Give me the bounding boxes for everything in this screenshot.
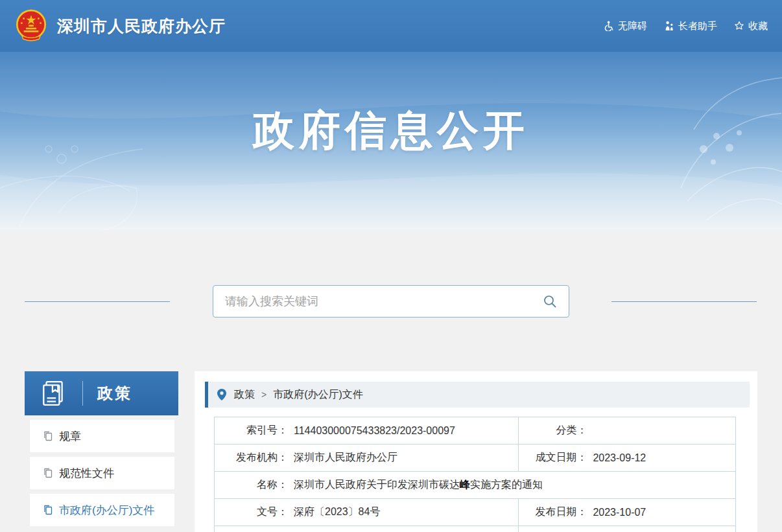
document-icon [43, 468, 53, 478]
publish-date-cell: 发布日期： 2023-10-07 [519, 499, 736, 526]
publish-date-label: 发布日期： [519, 505, 587, 519]
sidebar-item-normative-documents[interactable]: 规范性文件 [30, 457, 174, 489]
issuing-agency-label: 发布机构： [215, 451, 288, 465]
book-icon [40, 380, 67, 407]
document-icon [43, 505, 53, 515]
favorite-link[interactable]: 收藏 [734, 20, 768, 32]
top-bar: 深圳市人民政府办公厅 无障碍 长者助手 收藏 [0, 0, 782, 52]
table-row-partial [215, 526, 736, 532]
sidebar-item-label: 市政府(办公厅)文件 [59, 503, 154, 518]
document-number-label: 文号： [215, 505, 288, 519]
document-number-cell: 文号： 深府〔2023〕84号 [215, 499, 519, 526]
empty-cell [519, 526, 736, 532]
publish-date-value: 2023-10-07 [593, 507, 646, 518]
table-row: 文号： 深府〔2023〕84号 发布日期： 2023-10-07 [215, 499, 736, 526]
search-button[interactable] [541, 293, 558, 310]
written-date-cell: 成文日期： 2023-09-12 [519, 445, 736, 472]
site-title[interactable]: 深圳市人民政府办公厅 [57, 16, 226, 37]
document-name-part: 深圳市人民政府关于印发深圳市碳达 [294, 479, 460, 490]
page-title: 政府信息公开 [0, 52, 782, 159]
index-number-value: 114403000075433823/2023-00097 [294, 425, 455, 437]
search-box [213, 285, 569, 318]
left-decor-line [25, 301, 170, 302]
issuing-agency-value: 深圳市人民政府办公厅 [294, 451, 397, 465]
content-panel: 政策 > 市政府(办公厅)文件 索引号： 114403000075433823/… [195, 371, 757, 532]
document-name-label: 名称： [215, 478, 288, 492]
elder-helper-icon [664, 21, 674, 31]
breadcrumb-item-policy[interactable]: 政策 [234, 388, 255, 402]
search-section [0, 230, 782, 371]
sidebar-item-label: 规章 [59, 429, 81, 444]
issuing-agency-cell: 发布机构： 深圳市人民政府办公厅 [215, 445, 519, 472]
search-input[interactable] [225, 295, 541, 308]
sidebar-item-regulations[interactable]: 规章 [30, 420, 174, 452]
document-number-value: 深府〔2023〕84号 [294, 505, 380, 519]
written-date-value: 2023-09-12 [593, 452, 646, 464]
table-row: 名称： 深圳市人民政府关于印发深圳市碳达峰实施方案的通知 [215, 472, 736, 499]
document-name-part: 实施方案的通知 [470, 479, 543, 490]
search-icon [543, 294, 557, 308]
main-area: 政策 规章 规范性文件 市政府(办公厅)文件 [0, 371, 782, 532]
header-divider [82, 381, 83, 406]
sidebar-item-municipal-government-documents[interactable]: 市政府(办公厅)文件 [30, 494, 174, 526]
document-info-table: 索引号： 114403000075433823/2023-00097 分类： 发… [214, 417, 736, 532]
breadcrumb-separator: > [261, 389, 267, 400]
document-name-highlight: 峰 [460, 479, 470, 490]
document-name-value: 深圳市人民政府关于印发深圳市碳达峰实施方案的通知 [294, 478, 543, 492]
page-banner: 政府信息公开 [0, 52, 782, 230]
elder-helper-label: 长者助手 [678, 20, 717, 32]
star-icon [734, 21, 744, 31]
empty-cell [215, 526, 519, 532]
elder-helper-link[interactable]: 长者助手 [664, 20, 717, 32]
document-icon [43, 431, 53, 441]
sidebar-header: 政策 [25, 371, 178, 415]
written-date-label: 成文日期： [519, 451, 587, 465]
sidebar-item-label: 规范性文件 [59, 466, 114, 481]
index-number-cell: 索引号： 114403000075433823/2023-00097 [215, 417, 519, 445]
category-label: 分类： [519, 424, 587, 437]
index-number-label: 索引号： [215, 424, 288, 437]
table-row: 发布机构： 深圳市人民政府办公厅 成文日期： 2023-09-12 [215, 445, 736, 472]
right-decor-line [611, 301, 757, 302]
table-row: 索引号： 114403000075433823/2023-00097 分类： [215, 417, 736, 445]
breadcrumb-item-municipal-documents[interactable]: 市政府(办公厅)文件 [273, 388, 363, 402]
national-emblem-logo[interactable] [14, 9, 48, 43]
accessibility-label: 无障碍 [618, 20, 647, 32]
document-name-cell: 名称： 深圳市人民政府关于印发深圳市碳达峰实施方案的通知 [215, 472, 736, 499]
breadcrumb: 政策 > 市政府(办公厅)文件 [205, 382, 750, 408]
category-cell: 分类： [519, 417, 736, 445]
accessibility-link[interactable]: 无障碍 [604, 20, 647, 32]
top-links: 无障碍 长者助手 收藏 [604, 20, 768, 32]
sidebar-title: 政策 [97, 383, 132, 404]
policy-sidebar: 政策 规章 规范性文件 市政府(办公厅)文件 [25, 371, 178, 526]
favorite-label: 收藏 [748, 20, 768, 32]
accessibility-icon [604, 21, 614, 31]
location-pin-icon [217, 389, 226, 400]
